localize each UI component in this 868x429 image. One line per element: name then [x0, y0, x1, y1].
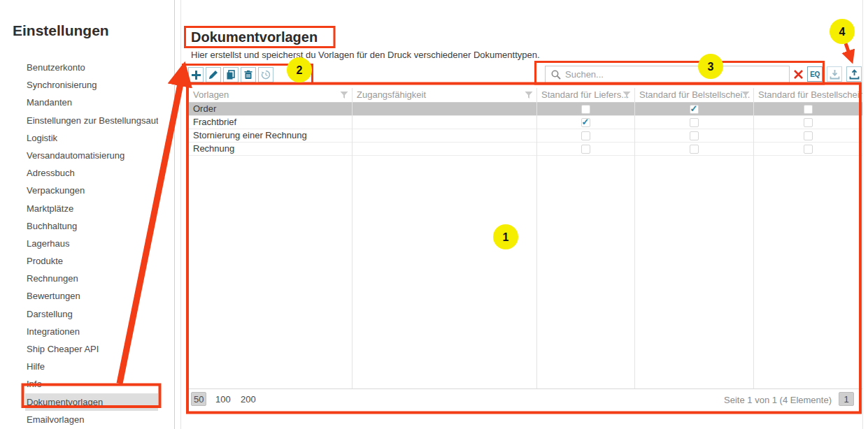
row-cell — [352, 143, 536, 155]
checkbox[interactable] — [581, 105, 590, 114]
column-divider — [634, 88, 635, 388]
sidebar-item-synchronisierung[interactable]: Synchronisierung — [25, 76, 158, 94]
settings-sidebar: Einstellungen Benutzerkonto Synchronisie… — [0, 0, 175, 429]
column-header-zugangsfaehigkeit[interactable]: Zugangsfähigkeit — [352, 88, 536, 102]
row-cell — [634, 116, 753, 129]
download-icon — [830, 69, 840, 80]
clear-search-button[interactable] — [791, 67, 805, 81]
row-cell — [352, 129, 536, 142]
row-cell — [753, 116, 862, 129]
row-name: Stornierung einer Rechnung — [188, 129, 352, 142]
row-cell — [352, 116, 536, 129]
row-cell — [753, 143, 862, 155]
checkbox[interactable] — [690, 131, 699, 140]
plus-icon — [191, 70, 201, 80]
filter-funnel-icon[interactable] — [741, 91, 750, 99]
upload-icon — [849, 69, 860, 80]
row-name: Rechnung — [188, 143, 352, 155]
column-header-label: Zugangsfähigkeit — [357, 89, 426, 100]
sidebar-item-bewertungen[interactable]: Bewertungen — [25, 287, 158, 305]
sidebar-item-mandanten[interactable]: Mandanten — [25, 94, 158, 111]
add-button[interactable] — [188, 67, 204, 82]
sidebar-item-ship-cheaper-api[interactable]: Ship Cheaper API — [25, 340, 158, 358]
sidebar-item-versandautomatisierung[interactable]: Versandautomatisierung — [25, 147, 158, 164]
row-cell — [536, 103, 634, 115]
sidebar-item-bestellungsautomatisierung[interactable]: Einstellungen zur Bestellungsautomatis — [25, 112, 158, 129]
row-cell — [634, 103, 753, 115]
pagination-status: Seite 1 von 1 (4 Elemente) — [724, 395, 832, 405]
checkbox[interactable] — [690, 145, 699, 154]
table-row-order[interactable]: Order — [188, 103, 862, 116]
column-header-vorlagen[interactable]: Vorlagen — [188, 88, 352, 102]
page-subtitle: Hier erstellst und speicherst du Vorlage… — [191, 50, 540, 60]
templates-grid: Vorlagen Zugangsfähigkeit Standard für L… — [188, 88, 862, 388]
sidebar-item-adressbuch[interactable]: Adressbuch — [25, 164, 158, 182]
page-size-100[interactable]: 100 — [213, 392, 233, 406]
checkbox[interactable] — [690, 118, 699, 127]
row-cell — [753, 129, 862, 142]
filter-funnel-icon[interactable] — [340, 91, 348, 99]
table-row-stornierung[interactable]: Stornierung einer Rechnung — [188, 129, 862, 143]
table-row-frachtbrief[interactable]: Frachtbrief — [188, 116, 862, 129]
history-button[interactable] — [258, 67, 273, 82]
page-size-50[interactable]: 50 — [191, 392, 206, 406]
main-panel: Dokumentvorlagen Hier erstellst und spei… — [180, 0, 863, 429]
copy-button[interactable] — [223, 67, 239, 82]
row-cell — [634, 129, 753, 142]
page-size-200[interactable]: 200 — [239, 392, 258, 406]
clear-x-icon — [793, 69, 804, 80]
sidebar-item-hilfe[interactable]: Hilfe — [25, 358, 158, 375]
search-icon — [551, 70, 561, 80]
search-input[interactable] — [565, 69, 789, 80]
sidebar-title: Einstellungen — [13, 22, 109, 39]
sidebar-item-produkte[interactable]: Produkte — [25, 252, 158, 270]
checkbox[interactable] — [581, 118, 590, 127]
pagination-bar: 50 100 200 Seite 1 von 1 (4 Elemente) 1 — [188, 388, 862, 408]
sidebar-item-darstellung[interactable]: Darstellung — [25, 305, 158, 323]
table-row-rechnung[interactable]: Rechnung — [188, 143, 862, 156]
upload-button[interactable] — [846, 66, 862, 82]
checkbox[interactable] — [581, 131, 590, 140]
row-cell — [634, 143, 753, 155]
checkbox[interactable] — [804, 118, 813, 127]
checkbox[interactable] — [581, 145, 590, 154]
page-title: Dokumentvorlagen — [191, 29, 318, 45]
sidebar-item-info[interactable]: Info — [25, 375, 158, 393]
column-header-standard-bestellschein[interactable]: Standard für Belstellschei... — [634, 88, 753, 102]
history-icon — [261, 70, 271, 80]
checkbox[interactable] — [804, 105, 813, 114]
sidebar-item-logistik[interactable]: Logistik — [25, 129, 158, 147]
column-header-label: Standard für Liefers... — [541, 89, 629, 100]
download-button[interactable] — [827, 66, 842, 82]
column-divider — [536, 88, 537, 388]
page-number-button[interactable]: 1 — [839, 392, 854, 406]
grid-toolbar — [188, 67, 273, 82]
column-divider — [753, 88, 754, 388]
sidebar-item-integrationen[interactable]: Integrationen — [25, 323, 158, 340]
search-builder-button[interactable]: EQ — [807, 66, 823, 82]
checkbox[interactable] — [690, 105, 699, 114]
sidebar-item-buchhaltung[interactable]: Buchhaltung — [25, 217, 158, 235]
sidebar-item-verpackungen[interactable]: Verpackungen — [25, 182, 158, 199]
row-cell — [536, 129, 634, 142]
sidebar-item-lagerhaus[interactable]: Lagerhaus — [25, 235, 158, 252]
column-header-standard-lieferschein[interactable]: Standard für Liefers... — [536, 88, 634, 102]
delete-button[interactable] — [241, 67, 256, 82]
column-header-standard-bestellschein-k[interactable]: Standard für Bestellschein in K — [753, 88, 862, 102]
sidebar-item-benutzerkonto[interactable]: Benutzerkonto — [25, 59, 158, 76]
column-header-label: Standard für Bestellschein in K — [758, 89, 862, 100]
checkbox[interactable] — [804, 145, 813, 154]
row-cell — [536, 116, 634, 129]
checkbox[interactable] — [804, 131, 813, 140]
copy-icon — [226, 70, 236, 80]
edit-button[interactable] — [206, 67, 221, 82]
sidebar-item-emailvorlagen[interactable]: Emailvorlagen — [25, 411, 158, 428]
filter-funnel-icon[interactable] — [622, 91, 631, 99]
sidebar-item-rechnungen[interactable]: Rechnungen — [25, 270, 158, 287]
filter-funnel-icon[interactable] — [525, 91, 533, 99]
sidebar-item-dokumentvorlagen[interactable]: Dokumentvorlagen — [25, 393, 158, 411]
sidebar-item-marktplaetze[interactable]: Marktplätze — [25, 200, 158, 217]
row-cell — [352, 103, 536, 115]
column-header-label: Vorlagen — [193, 89, 229, 100]
grid-header-row: Vorlagen Zugangsfähigkeit Standard für L… — [188, 88, 862, 103]
